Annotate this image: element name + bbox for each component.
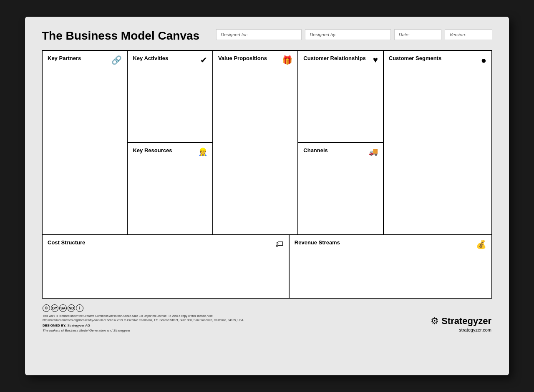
revenue-streams-cell: Revenue Streams 💰 xyxy=(290,235,491,298)
key-resources-cell: Key Resources 👷 xyxy=(128,143,212,234)
customer-segments-icon: ● xyxy=(481,55,486,66)
channels-icon: 🚚 xyxy=(369,147,378,156)
strategyzer-url: strategyzer.com xyxy=(431,327,491,332)
page-wrapper: The Business Model Canvas Designed for: … xyxy=(25,17,509,375)
key-resources-icon: 👷 xyxy=(198,147,207,156)
footer-right: ⚙ Strategyzer strategyzer.com xyxy=(431,316,491,332)
designed-by-field[interactable]: Designed by: xyxy=(305,29,390,40)
cost-structure-icon: 🏷 xyxy=(275,239,284,249)
key-partners-label: Key Partners xyxy=(48,55,122,61)
revenue-streams-label: Revenue Streams xyxy=(295,239,486,246)
strategyzer-icon: ⚙ xyxy=(431,316,439,327)
footer-left: © BY SA ND i This work is licensed under… xyxy=(43,304,244,332)
designed-for-field[interactable]: Designed for: xyxy=(216,29,302,40)
footer: © BY SA ND i This work is licensed under… xyxy=(42,304,492,332)
cost-structure-label: Cost Structure xyxy=(48,239,284,246)
version-label: Version: xyxy=(449,32,466,37)
customer-segments-cell: Customer Segments ● xyxy=(384,51,491,234)
strategyzer-logo: ⚙ Strategyzer xyxy=(431,316,491,327)
key-partners-cell: Key Partners 🔗 xyxy=(43,51,128,234)
page-title: The Business Model Canvas xyxy=(42,29,199,43)
canvas-bottom-row: Cost Structure 🏷 Revenue Streams 💰 xyxy=(43,235,491,298)
activities-resources-column: Key Activities ✔ Key Resources 👷 xyxy=(128,51,213,234)
key-resources-label: Key Resources xyxy=(133,147,207,153)
value-propositions-icon: 🎁 xyxy=(282,55,292,65)
customer-segments-label: Customer Segments xyxy=(389,55,486,61)
customer-relationships-icon: ♥ xyxy=(373,55,378,65)
cc-icon-by: BY xyxy=(51,304,58,312)
footer-tagline: The makers of Business Model Generation … xyxy=(43,329,244,332)
header-fields: Designed for: Designed by: Date: Version… xyxy=(216,29,492,40)
channels-label: Channels xyxy=(303,147,378,153)
license-text: This work is licensed under the Creative… xyxy=(43,314,244,322)
date-field[interactable]: Date: xyxy=(394,29,442,40)
strategyzer-brand: Strategyzer xyxy=(441,316,491,327)
canvas-grid: Key Partners 🔗 Key Activities ✔ Key Reso… xyxy=(42,50,492,299)
designed-by-label: Designed by: xyxy=(310,32,336,37)
header-row: The Business Model Canvas Designed for: … xyxy=(42,29,492,43)
value-propositions-label: Value Propositions xyxy=(218,55,292,61)
key-activities-cell: Key Activities ✔ xyxy=(128,51,212,143)
key-partners-icon: 🔗 xyxy=(111,55,122,65)
customer-relationships-cell: Customer Relationships ♥ xyxy=(298,51,383,143)
cc-icon-nd: ND xyxy=(68,304,75,312)
value-propositions-cell: Value Propositions 🎁 xyxy=(213,51,298,234)
key-activities-icon: ✔ xyxy=(200,55,207,65)
canvas-top-row: Key Partners 🔗 Key Activities ✔ Key Reso… xyxy=(43,51,491,235)
channels-cell: Channels 🚚 xyxy=(298,143,383,234)
footer-designed-by: DESIGNED BY: Strategyzer AG xyxy=(43,324,244,327)
designed-for-label: Designed for: xyxy=(221,32,248,37)
cc-icon-info: i xyxy=(76,304,83,312)
cc-icon-cc: © xyxy=(43,304,50,312)
key-activities-label: Key Activities xyxy=(133,55,207,61)
version-field[interactable]: Version: xyxy=(445,29,492,40)
cc-icon-sa: SA xyxy=(59,304,67,312)
cost-structure-cell: Cost Structure 🏷 xyxy=(43,235,290,298)
date-label: Date: xyxy=(399,32,410,37)
revenue-streams-icon: 💰 xyxy=(476,239,486,249)
cc-icons: © BY SA ND i xyxy=(43,304,244,312)
cr-channels-column: Customer Relationships ♥ Channels 🚚 xyxy=(298,51,383,234)
customer-relationships-label: Customer Relationships xyxy=(303,55,378,61)
